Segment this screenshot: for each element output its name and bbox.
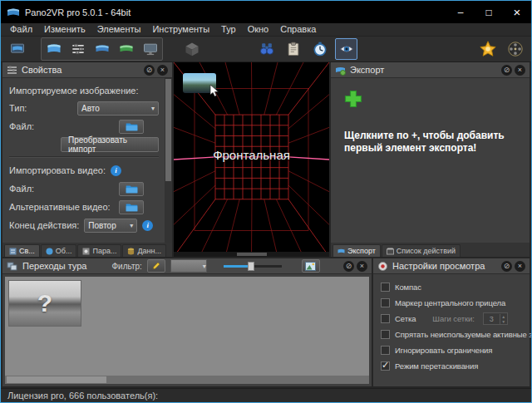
folder-icon [126, 184, 138, 194]
type-dropdown[interactable]: Авто ▾ [77, 101, 159, 115]
checkbox-label: Спрятать неиспользуемые активные зоны [395, 330, 532, 339]
properties-tab-icon [9, 248, 17, 255]
spinner-arrows-icon[interactable]: ▲▼ [500, 314, 507, 324]
tab-action-list[interactable]: Список действий [382, 244, 461, 257]
center-marker-checkbox[interactable] [381, 298, 390, 307]
hide-hotspots-checkbox[interactable] [381, 330, 390, 339]
panorama-icon [94, 41, 111, 57]
close-panel-icon[interactable]: × [515, 261, 525, 272]
binoculars-icon [259, 41, 275, 57]
folder-icon [126, 122, 138, 131]
close-panel-icon[interactable]: × [515, 65, 525, 76]
properties-scrollbar[interactable] [165, 78, 172, 243]
setting-row-grid: Сетка Шаги сетки: 3 ▲▼ [381, 311, 526, 327]
find-button[interactable] [255, 38, 278, 60]
grid-steps-spinner[interactable]: 3 ▲▼ [483, 312, 508, 325]
tour-transitions-panel: Переходы тура Фильтр: ▾ [2, 258, 372, 386]
detach-panel-icon[interactable]: ⊘ [343, 261, 354, 272]
tab-properties[interactable]: Св... [4, 244, 40, 257]
eye-icon [338, 41, 355, 57]
tab-parameters[interactable]: Пара... [77, 244, 121, 257]
export-icon [335, 65, 346, 76]
close-button[interactable]: × [503, 1, 531, 23]
transitions-content: ? [5, 277, 369, 384]
menu-item-tour[interactable]: Тур [215, 23, 242, 36]
detach-panel-icon[interactable]: ⊘ [501, 261, 512, 272]
file-browse-button[interactable] [119, 120, 144, 134]
tab-label: Список действий [397, 247, 456, 255]
transitions-panel-chrome: ⊘ × [343, 261, 367, 272]
user-data-button[interactable] [66, 38, 89, 60]
viewer-scrollbar[interactable] [174, 252, 329, 257]
viewer-settings-button[interactable] [335, 38, 357, 60]
chevron-down-icon: ▾ [199, 263, 206, 270]
menu-item-elements[interactable]: Элементы [91, 23, 147, 36]
filter-type-dropdown[interactable]: ▾ [170, 259, 207, 273]
timer-button[interactable] [308, 38, 331, 60]
input-panorama-button[interactable] [6, 38, 28, 60]
cube-face-button[interactable] [180, 38, 203, 60]
detach-panel-icon[interactable]: ⊘ [144, 65, 155, 76]
tab-data[interactable]: Данн... [122, 244, 166, 257]
minimize-button[interactable]: – [446, 1, 475, 23]
tab-overview[interactable]: Об... [41, 244, 77, 257]
properties-icon [7, 65, 17, 76]
menu-item-file[interactable]: Файл [4, 23, 38, 36]
panorama-output-button[interactable] [115, 38, 137, 60]
properties-content: Импортируемое изображение: Тип: Авто ▾ Ф… [2, 78, 172, 243]
viewing-parameters-button[interactable] [42, 38, 65, 60]
pro-badge-button[interactable] [476, 38, 499, 60]
transitions-scrollbar[interactable] [5, 376, 369, 384]
panorama-thumbnail[interactable] [183, 73, 216, 93]
data-tab-icon [127, 248, 135, 255]
alt-video-browse-button[interactable] [119, 200, 144, 214]
maximize-button[interactable]: □ [475, 1, 503, 23]
menu-item-tools[interactable]: Инструменты [146, 23, 215, 36]
scrollbar-handle[interactable] [7, 376, 106, 383]
menu-item-help[interactable]: Справка [274, 23, 322, 36]
film-editor-button[interactable] [504, 38, 526, 60]
convert-import-button[interactable]: Преобразовать импорт [61, 137, 159, 152]
add-export-button[interactable] [344, 90, 362, 108]
export-panel-header: Экспорт ⊘ × [331, 62, 530, 78]
close-panel-icon[interactable]: × [157, 65, 168, 76]
viewing-settings-panel: Настройки просмотра ⊘ × Компас Маркер це… [373, 258, 530, 386]
imported-image-label: Импортируемое изображение: [9, 86, 139, 96]
end-action-dropdown[interactable]: Повтор ▾ [84, 219, 137, 233]
grid-steps-value: 3 [484, 315, 500, 323]
tab-export[interactable]: Экспорт [332, 244, 381, 257]
slider-handle[interactable] [248, 262, 254, 271]
filter-strength-slider[interactable] [224, 260, 282, 272]
ignore-limits-checkbox[interactable] [381, 346, 390, 355]
video-file-browse-button[interactable] [119, 182, 144, 196]
end-action-label: Конец действия: [9, 220, 79, 230]
alt-video-label: Альтернативные видео: [9, 202, 111, 212]
drag-mode-checkbox[interactable] [381, 361, 390, 371]
mouse-cursor-icon [209, 85, 219, 98]
scrollbar-handle[interactable] [165, 79, 171, 181]
menu-item-window[interactable]: Окно [242, 23, 275, 36]
clipboard-button[interactable] [282, 38, 304, 60]
checkbox-label: Маркер центрального прицела [395, 298, 505, 307]
export-panel-title: Экспорт [350, 65, 384, 75]
panorama-viewer[interactable]: Фронтальная [174, 62, 329, 257]
info-icon[interactable]: i [142, 220, 153, 231]
grid-steps-label: Шаги сетки: [432, 314, 474, 323]
display-button[interactable] [139, 38, 161, 60]
close-panel-icon[interactable]: × [357, 261, 367, 272]
scrollbar-handle[interactable] [237, 253, 267, 256]
detach-panel-icon[interactable]: ⊘ [501, 65, 512, 76]
checkbox-label: Режим перетаскивания [395, 361, 478, 371]
type-label: Тип: [9, 103, 27, 113]
edit-filter-button[interactable] [147, 259, 165, 273]
preview-image-button[interactable] [302, 259, 320, 273]
panorama-list-item[interactable]: ? [8, 280, 81, 327]
bottom-area: Переходы тура Фильтр: ▾ [1, 257, 531, 388]
settings-content: Компас Маркер центрального прицела Сетка… [373, 274, 530, 386]
panorama-preview-button[interactable] [91, 38, 113, 60]
grid-checkbox[interactable] [381, 314, 390, 323]
settings-panel-chrome: ⊘ × [501, 261, 525, 272]
compass-checkbox[interactable] [381, 283, 390, 292]
menu-item-edit[interactable]: Изменить [38, 23, 91, 36]
info-icon[interactable]: i [111, 165, 121, 176]
